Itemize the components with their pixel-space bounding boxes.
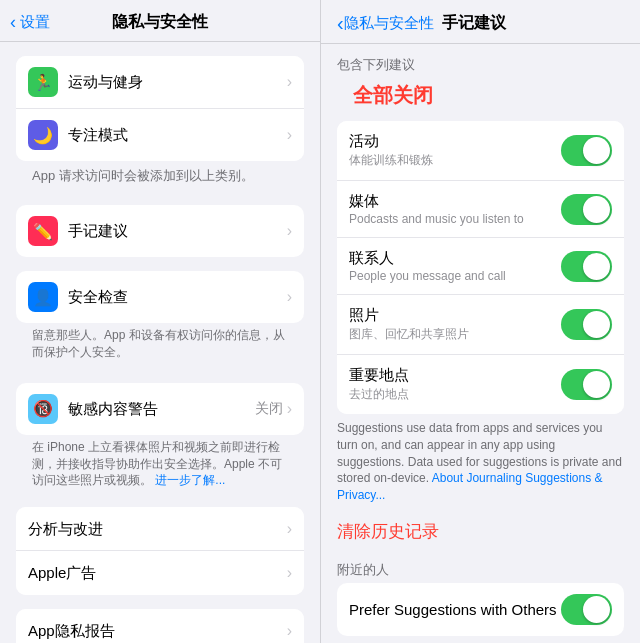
safety-check-icon: 👤 — [28, 282, 58, 312]
r-photos-toggle[interactable] — [561, 309, 612, 340]
r-locations-title: 重要地点 — [349, 366, 561, 385]
r-activity-subtitle: 体能训练和锻炼 — [349, 152, 561, 169]
right-footer: Suggestions use data from apps and servi… — [321, 414, 640, 510]
left-back-chevron-icon: ‹ — [10, 12, 16, 33]
left-group-1: 🏃 运动与健身 › 🌙 专注模式 › — [16, 56, 304, 161]
left-back-label: 设置 — [20, 13, 50, 32]
left-item-journal[interactable]: ✏️ 手记建议 › — [16, 205, 304, 257]
activity-chevron-icon: › — [287, 73, 292, 91]
r-media-title: 媒体 — [349, 192, 561, 211]
left-back-button[interactable]: ‹ 设置 — [10, 12, 50, 33]
left-item-apple-ads[interactable]: Apple广告 › — [16, 551, 304, 595]
journal-chevron-icon: › — [287, 222, 292, 240]
privacy-report-title: App隐私报告 — [28, 621, 287, 641]
left-nav-bar: ‹ 设置 隐私与安全性 — [0, 0, 320, 42]
left-group-5: 分析与改进 › Apple广告 › — [16, 507, 304, 595]
focus-chevron-icon: › — [287, 126, 292, 144]
sensitive-badge: 关闭 — [255, 400, 283, 418]
right-nav-bar: ‹ 隐私与安全性 手记建议 — [321, 0, 640, 44]
left-group-3: 👤 安全检查 › — [16, 271, 304, 323]
right-items-group: 活动 体能训练和锻炼 媒体 Podcasts and music you lis… — [337, 121, 624, 414]
nearby-group: Prefer Suggestions with Others — [337, 583, 624, 636]
r-contacts-subtitle: People you message and call — [349, 269, 561, 283]
right-item-prefer-suggestions: Prefer Suggestions with Others — [337, 583, 624, 636]
r-activity-toggle[interactable] — [561, 135, 612, 166]
left-item-focus[interactable]: 🌙 专注模式 › — [16, 109, 304, 161]
nearby-footer: Prioritize suggestions that include mome… — [321, 636, 640, 643]
sensitive-footer: 在 iPhone 上立看裸体照片和视频之前即进行检测，并接收指导协助作出安全选择… — [0, 435, 320, 493]
privacy-report-chevron-icon: › — [287, 622, 292, 640]
right-back-button[interactable]: ‹ 隐私与安全性 — [337, 12, 434, 35]
safety-check-chevron-icon: › — [287, 288, 292, 306]
r-contacts-title: 联系人 — [349, 249, 561, 268]
right-back-chevron-icon: ‹ — [337, 12, 344, 35]
right-item-photos: 照片 图库、回忆和共享照片 — [337, 295, 624, 355]
right-includes-label: 包含下列建议 — [321, 44, 640, 78]
apple-ads-title: Apple广告 — [28, 563, 287, 583]
safety-footer: 留意那些人。App 和设备有权访问你的信息，从而保护个人安全。 — [0, 323, 320, 365]
right-item-contacts: 联系人 People you message and call — [337, 238, 624, 295]
analytics-chevron-icon: › — [287, 520, 292, 538]
journal-icon: ✏️ — [28, 216, 58, 246]
turn-off-all-button[interactable]: 全部关闭 — [337, 78, 624, 117]
sensitive-link[interactable]: 进一步了解... — [155, 473, 225, 487]
app-request-text: App 请求访问时会被添加到以上类别。 — [0, 161, 320, 187]
left-group-4: 🔞 敏感内容警告 关闭 › — [16, 383, 304, 435]
left-item-analytics[interactable]: 分析与改进 › — [16, 507, 304, 551]
r-media-toggle[interactable] — [561, 194, 612, 225]
sensitive-title: 敏感内容警告 — [68, 399, 255, 419]
apple-ads-chevron-icon: › — [287, 564, 292, 582]
focus-title: 专注模式 — [68, 125, 287, 145]
right-item-media: 媒体 Podcasts and music you listen to — [337, 181, 624, 238]
sensitive-chevron-icon: › — [287, 400, 292, 418]
sensitive-icon: 🔞 — [28, 394, 58, 424]
left-item-activity[interactable]: 🏃 运动与健身 › — [16, 56, 304, 109]
journal-title: 手记建议 — [68, 221, 287, 241]
r-activity-title: 活动 — [349, 132, 561, 151]
left-group-6: App隐私报告 › 数据与传感器 › — [16, 609, 304, 643]
r-contacts-toggle[interactable] — [561, 251, 612, 282]
left-item-sensitive[interactable]: 🔞 敏感内容警告 关闭 › — [16, 383, 304, 435]
left-group-2: ✏️ 手记建议 › — [16, 205, 304, 257]
right-panel: ‹ 隐私与安全性 手记建议 包含下列建议 全部关闭 活动 体能训练和锻炼 媒体 … — [320, 0, 640, 643]
r-locations-toggle[interactable] — [561, 369, 612, 400]
left-item-privacy-report[interactable]: App隐私报告 › — [16, 609, 304, 643]
right-back-label: 隐私与安全性 — [344, 14, 434, 33]
r-locations-subtitle: 去过的地点 — [349, 386, 561, 403]
r-photos-subtitle: 图库、回忆和共享照片 — [349, 326, 561, 343]
prefer-suggestions-toggle[interactable] — [561, 594, 612, 625]
nearby-label: 附近的人 — [321, 549, 640, 583]
turn-off-all-container: 全部关闭 — [321, 78, 640, 121]
prefer-suggestions-title: Prefer Suggestions with Others — [349, 601, 561, 618]
r-photos-title: 照片 — [349, 306, 561, 325]
left-panel: ‹ 设置 隐私与安全性 🏃 运动与健身 › 🌙 专注模式 › App 请求访问时… — [0, 0, 320, 643]
analytics-title: 分析与改进 — [28, 519, 287, 539]
focus-icon: 🌙 — [28, 120, 58, 150]
right-item-locations: 重要地点 去过的地点 — [337, 355, 624, 414]
safety-check-title: 安全检查 — [68, 287, 287, 307]
activity-icon: 🏃 — [28, 67, 58, 97]
left-item-safety-check[interactable]: 👤 安全检查 › — [16, 271, 304, 323]
right-item-activity: 活动 体能训练和锻炼 — [337, 121, 624, 181]
left-nav-title: 隐私与安全性 — [112, 12, 208, 33]
clear-history-button[interactable]: 清除历史记录 — [321, 510, 640, 549]
right-nav-title: 手记建议 — [442, 13, 506, 34]
activity-title: 运动与健身 — [68, 72, 287, 92]
r-media-subtitle: Podcasts and music you listen to — [349, 212, 561, 226]
